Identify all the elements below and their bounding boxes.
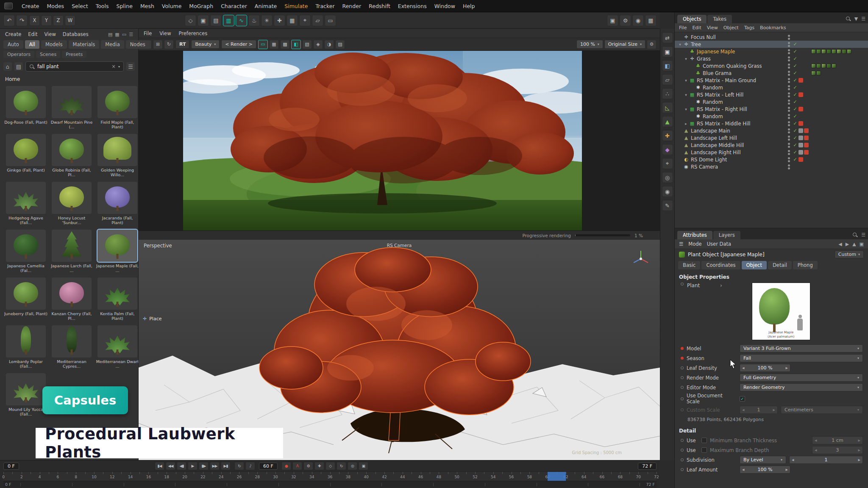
keyframe-dot[interactable]: [681, 376, 684, 379]
asset-tile-golden-weeping-willo[interactable]: Golden Weeping Willo...: [96, 134, 138, 177]
visibility-dots[interactable]: [786, 164, 792, 169]
redshift-object-tag[interactable]: [804, 143, 809, 147]
filter-tab-all[interactable]: All: [25, 40, 39, 49]
object-row-rs-matrix-left-hill[interactable]: ▾▦RS Matrix - Left Hill✓: [675, 91, 868, 98]
object-tab-phong[interactable]: Phong: [793, 261, 818, 269]
expand-icon[interactable]: ▸: [683, 122, 689, 126]
current-frame-field[interactable]: 60 F: [259, 463, 278, 470]
plant-preview-thumbnail[interactable]: Japanese Maple (Acer palmatum): [752, 283, 810, 340]
browser-menu-icon[interactable]: ☰: [126, 62, 135, 71]
model-dropdown[interactable]: Variant 3 Full-Grown ▾: [740, 344, 863, 352]
object-tab-object[interactable]: Object: [742, 261, 767, 269]
attribute-menu-icon[interactable]: ☰: [679, 241, 683, 247]
object-row-blue-grama[interactable]: ♣Blue Grama✓: [675, 69, 868, 77]
app-logo-icon[interactable]: [4, 3, 13, 9]
menu-create[interactable]: Create: [18, 2, 43, 10]
enabled-check[interactable]: ✓: [792, 42, 798, 47]
subdivision-field[interactable]: ◀ 1 ▶: [789, 456, 863, 464]
object-tab-basic[interactable]: Basic: [678, 261, 700, 269]
filter-icon[interactable]: ▼: [854, 16, 858, 22]
rv-menu-preferences[interactable]: Preferences: [179, 30, 208, 36]
menu-simulate[interactable]: Simulate: [281, 2, 312, 10]
asset-tile-hedgehog-agave-fall[interactable]: Hedgehog Agave (Fall...: [4, 182, 47, 225]
preview-range-bar[interactable]: 0 F 72 F: [3, 481, 657, 488]
render-view-icon[interactable]: ▣: [607, 15, 618, 26]
restart-render-icon[interactable]: ↻: [164, 40, 174, 49]
om-menu-bookmarks[interactable]: Bookmarks: [760, 25, 786, 30]
asset-tile-mediterranean-cypres[interactable]: Mediterranean Cypres...: [50, 325, 93, 369]
region-render-icon[interactable]: ▭: [258, 40, 268, 49]
redshift-object-tag[interactable]: [804, 150, 809, 155]
lock-icon[interactable]: ▣: [860, 241, 864, 247]
next-frame-button[interactable]: ▮▶: [199, 462, 209, 470]
object-row-rs-matrix-right-hill[interactable]: ▾▦RS Matrix - Right Hill✓: [675, 105, 868, 113]
visibility-dots[interactable]: [786, 121, 792, 126]
subtab-scenes[interactable]: Scenes: [36, 51, 60, 58]
range-end-field[interactable]: 72 F: [638, 463, 657, 470]
om-menu-object[interactable]: Object: [723, 25, 739, 30]
prev-key-button[interactable]: ◀◀: [166, 462, 175, 470]
visibility-dots[interactable]: [786, 35, 792, 40]
grid-overlay-icon[interactable]: ▦: [269, 40, 279, 49]
object-tab-detail[interactable]: Detail: [768, 261, 792, 269]
keyframe-dot[interactable]: [681, 468, 684, 471]
menu-spline[interactable]: Spline: [112, 2, 136, 10]
filter-tab-models[interactable]: Models: [41, 40, 67, 49]
om-menu-file[interactable]: File: [679, 25, 687, 30]
visibility-dots[interactable]: [786, 71, 792, 76]
menu-extensions[interactable]: Extensions: [394, 2, 431, 10]
object-row-random[interactable]: ✱Random✓: [675, 113, 868, 120]
enabled-check[interactable]: ✓: [792, 157, 798, 162]
ab-menu-view[interactable]: View: [45, 31, 56, 37]
info-panel-icon[interactable]: ▭: [122, 32, 126, 37]
visibility-dots[interactable]: [786, 42, 792, 47]
asset-tile-japanese-larch-fall[interactable]: Japanese Larch (Fall, ...: [50, 230, 93, 273]
filter-tab-nodes[interactable]: Nodes: [126, 40, 150, 49]
menu-mograph[interactable]: MoGraph: [185, 2, 217, 10]
home-icon[interactable]: ⌂: [3, 62, 12, 71]
object-row-tree[interactable]: ▾✛Tree✓: [675, 41, 868, 48]
render-pass-dropdown[interactable]: Beauty▾: [191, 40, 220, 49]
enabled-check[interactable]: ✓: [792, 114, 798, 119]
record-pla-toggle[interactable]: ▣: [359, 462, 368, 470]
viewport-solo-icon[interactable]: ◎: [662, 172, 673, 183]
render-view-canvas[interactable]: [139, 51, 660, 230]
workplane-mode-icon[interactable]: ▱: [662, 74, 673, 85]
range-start-field[interactable]: 0 F: [3, 463, 19, 470]
axis-x-toggle[interactable]: X: [29, 15, 40, 26]
phong-tag[interactable]: [798, 143, 803, 147]
rope-icon[interactable]: ∿: [236, 15, 247, 26]
filter-tab-auto[interactable]: Auto: [3, 40, 23, 49]
asset-tile-dog-rose-fall-plant[interactable]: Dog-Rose (Fall, Plant): [4, 86, 47, 130]
enable-axis-icon[interactable]: ✚: [662, 130, 673, 141]
polygons-mode-icon[interactable]: ▲: [662, 116, 673, 127]
spin-up-icon[interactable]: ▶: [786, 468, 788, 471]
model-mode-icon[interactable]: ▣: [662, 46, 673, 57]
current-frame-marker[interactable]: [548, 472, 566, 481]
asset-tile-jacaranda-fall-plant[interactable]: Jacaranda (Fall, Plant): [96, 182, 138, 225]
spin-up-icon[interactable]: ▶: [786, 366, 788, 370]
object-row-random[interactable]: ✱Random✓: [675, 84, 868, 91]
custom-preset-dropdown[interactable]: Custom ▾: [835, 250, 864, 258]
object-row-landscape-right-hill[interactable]: ▲Landscape Right Hill✓: [675, 149, 868, 156]
modeling-settings-icon[interactable]: ▭: [325, 15, 336, 26]
search-icon[interactable]: [846, 16, 851, 22]
subdivision-mode-dropdown[interactable]: By Level ▾: [740, 456, 786, 464]
ab-menu-edit[interactable]: Edit: [28, 31, 37, 37]
keyframe-dot[interactable]: [681, 439, 684, 442]
grid-snap-icon[interactable]: ▦: [287, 15, 298, 26]
object-row-landscape-middle-hill[interactable]: ▲Landscape Middle Hill✓: [675, 141, 868, 149]
leaf-amount-field[interactable]: ◀ 100 % ▶: [740, 466, 790, 474]
autokey-toggle[interactable]: A: [292, 462, 302, 470]
expand-icon[interactable]: ▾: [683, 57, 689, 61]
prev-frame-button[interactable]: ◀▮: [177, 462, 186, 470]
use-document-scale-checkbox[interactable]: ✓: [740, 396, 745, 402]
redshift-object-tag[interactable]: [798, 78, 803, 83]
enabled-check[interactable]: ✓: [792, 70, 798, 76]
enabled-check[interactable]: ✓: [792, 135, 798, 141]
forward-icon[interactable]: ▶: [846, 241, 849, 247]
object-row-rs-dome-light[interactable]: ◐RS Dome Light✓: [675, 156, 868, 163]
enabled-check[interactable]: ✓: [792, 49, 798, 54]
redshift-object-tag[interactable]: [804, 128, 809, 133]
axis-y-toggle[interactable]: Y: [41, 15, 52, 26]
